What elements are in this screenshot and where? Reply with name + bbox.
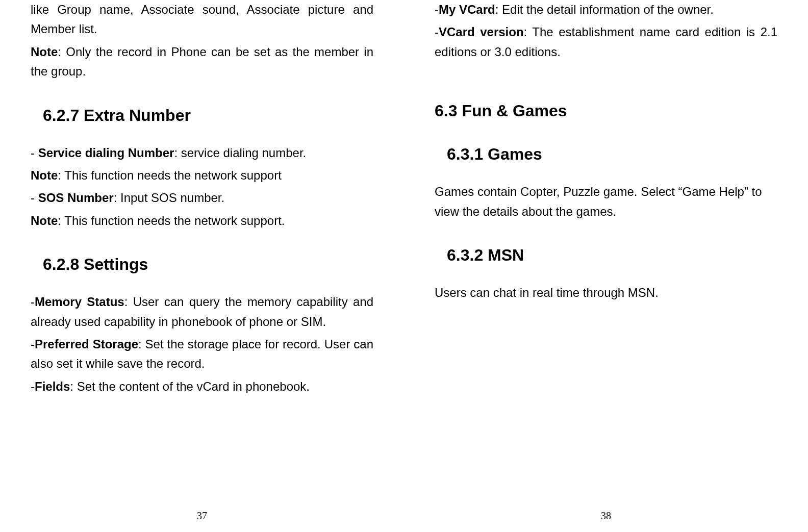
note-text: : Only the record in Phone can be set as…	[31, 45, 373, 78]
page-number-left: 37	[0, 510, 404, 522]
left-content: like Group name, Associate sound, Associ…	[31, 0, 373, 512]
mem-label: Memory Status	[35, 295, 124, 309]
item-memory-status: -Memory Status: User can query the memor…	[31, 292, 373, 332]
sdn-label: Service dialing Number	[38, 146, 174, 160]
heading-fun-games: 6.3 Fun & Games	[435, 102, 777, 120]
item-sos-number: - SOS Number: Input SOS number.	[31, 188, 373, 208]
heading-extra-number: 6.2.7 Extra Number	[31, 106, 373, 125]
paragraph-games: Games contain Copter, Puzzle game. Selec…	[435, 182, 777, 221]
note-text: : This function needs the network suppor…	[58, 214, 285, 227]
left-page: like Group name, Associate sound, Associ…	[0, 0, 404, 532]
note-label: Note	[31, 45, 58, 59]
paragraph-group-name: like Group name, Associate sound, Associ…	[31, 0, 373, 39]
paragraph-msn: Users can chat in real time through MSN.	[435, 283, 777, 302]
heading-settings: 6.2.8 Settings	[31, 255, 373, 274]
item-fields: -Fields: Set the content of the vCard in…	[31, 377, 373, 396]
fields-text: : Set the content of the vCard in phoneb…	[70, 379, 310, 393]
note-label: Note	[31, 168, 58, 182]
heading-games: 6.3.1 Games	[435, 145, 777, 164]
right-content: -My VCard: Edit the detail information o…	[435, 0, 777, 512]
right-page: -My VCard: Edit the detail information o…	[404, 0, 808, 532]
pref-label: Preferred Storage	[35, 337, 138, 351]
sos-label: SOS Number	[38, 191, 114, 205]
note-sos: Note: This function needs the network su…	[31, 211, 373, 231]
heading-msn: 6.3.2 MSN	[435, 246, 777, 265]
vcard-label: My VCard	[439, 3, 495, 16]
page-number-right: 38	[404, 510, 808, 522]
note-label: Note	[31, 214, 58, 227]
fields-label: Fields	[35, 379, 70, 393]
item-my-vcard: -My VCard: Edit the detail information o…	[435, 0, 777, 19]
vcard-text: : Edit the detail information of the own…	[495, 3, 714, 16]
note-text: : This function needs the network suppor…	[58, 168, 281, 182]
item-service-dialing: - Service dialing Number: service dialin…	[31, 143, 373, 163]
note-sdn: Note: This function needs the network su…	[31, 166, 373, 185]
vver-label: VCard version	[439, 25, 524, 39]
note-group-member: Note: Only the record in Phone can be se…	[31, 42, 373, 82]
sos-text: : Input SOS number.	[114, 191, 224, 205]
item-vcard-version: -VCard version: The establishment name c…	[435, 22, 777, 62]
item-preferred-storage: -Preferred Storage: Set the storage plac…	[31, 335, 373, 374]
sdn-text: : service dialing number.	[174, 146, 306, 160]
